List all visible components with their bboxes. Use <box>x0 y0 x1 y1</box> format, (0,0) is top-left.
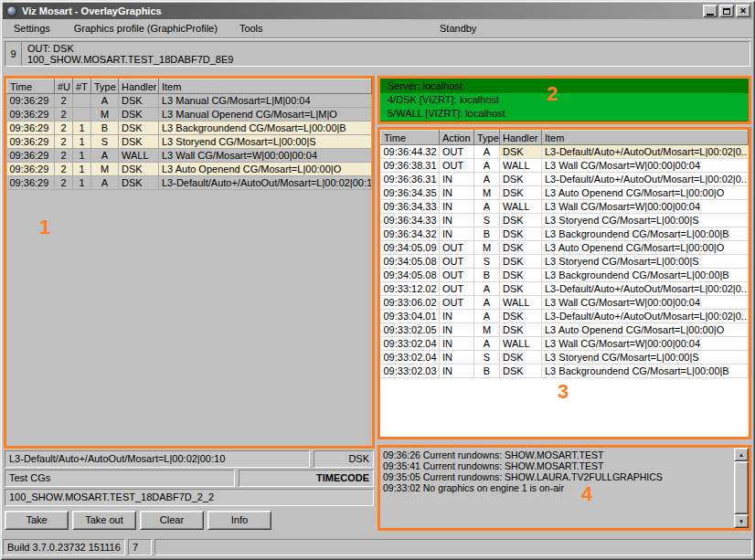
column-header[interactable]: Type <box>474 131 500 145</box>
table-cell: DSK <box>119 135 159 149</box>
close-button[interactable]: ✕ <box>736 5 750 17</box>
table-cell: L3 Auto Openend CG/Mosart=L|00:00|O <box>542 186 749 200</box>
queued-graphics-table: Time#U#TTypeHandlerItem 09:36:292ADSKL3 … <box>6 79 372 190</box>
table-cell: DSK <box>500 241 542 255</box>
status-counter: 7 <box>128 539 152 555</box>
table-row[interactable]: 09:34:05.09OUTMDSKL3 Auto Openend CG/Mos… <box>381 241 749 255</box>
column-header[interactable]: Handler <box>500 131 542 145</box>
table-row[interactable]: 09:36:2921SDSKL3 Storyend CG/Mosart=L|00… <box>7 135 372 149</box>
table-row[interactable]: 09:33:02.05INMDSKL3 Auto Openend CG/Mosa… <box>381 323 749 337</box>
maximize-icon <box>723 8 730 15</box>
column-header[interactable]: Item <box>159 79 372 94</box>
table-cell: A <box>474 296 500 310</box>
menu-bar: Settings Graphics profile (GraphicProfil… <box>3 19 752 38</box>
table-row[interactable]: 09:33:02.04INAWALLL3 Wall CG/Mosart=W|00… <box>381 337 749 351</box>
table-row[interactable]: 09:36:34.32INBDSKL3 Backgroundend CG/Mos… <box>381 227 749 241</box>
table-cell: 09:33:02.04 <box>381 337 440 351</box>
table-cell: L3 Storyend CG/Mosart=L|00:00|S <box>542 351 749 365</box>
table-row[interactable]: 09:36:292MDSKL3 Manual Openend CG/Mosart… <box>7 108 372 122</box>
table-cell: A <box>474 310 500 323</box>
table-cell: 2 <box>55 94 73 108</box>
column-header[interactable]: #U <box>55 79 73 94</box>
table-row[interactable]: 09:34:05.08OUTSDSKL3 Storyend CG/Mosart=… <box>381 255 749 269</box>
table-row[interactable]: 09:33:04.01INADSKL3-Default/Auto+/AutoOu… <box>381 310 749 323</box>
handler-field[interactable]: DSK <box>314 450 374 468</box>
table-cell: 09:34:05.08 <box>381 269 440 282</box>
take-button[interactable]: Take <box>5 511 69 530</box>
column-header[interactable]: Item <box>542 131 749 145</box>
annotation-2: 2 <box>547 84 558 104</box>
table-row[interactable]: 09:36:36.31INADSKL3-Default/Auto+/AutoOu… <box>381 173 749 186</box>
table-row[interactable]: 09:36:2921ADSKL3-Default/Auto+/AutoOut/M… <box>7 176 372 190</box>
column-header[interactable]: Handler <box>119 79 159 94</box>
scrollbar-thumb[interactable] <box>734 461 749 514</box>
table-cell: 09:36:29 <box>7 94 55 108</box>
table-row[interactable]: 09:33:02.03INBDSKL3 Backgroundend CG/Mos… <box>381 365 749 378</box>
column-header[interactable]: Type <box>91 79 119 94</box>
table-cell: DSK <box>500 255 542 269</box>
menu-graphics-profile[interactable]: Graphics profile (GraphicProfile) <box>69 21 223 36</box>
maximize-button[interactable] <box>719 5 734 17</box>
table-cell: IN <box>440 351 474 365</box>
minimize-button[interactable] <box>703 5 718 17</box>
table-cell: IN <box>440 323 474 337</box>
table-row[interactable]: 09:34:05.08OUTBDSKL3 Backgroundend CG/Mo… <box>381 269 749 282</box>
table-cell: OUT <box>440 145 474 159</box>
table-row[interactable]: 09:33:06.02OUTAWALLL3 Wall CG/Mosart=W|0… <box>381 296 749 310</box>
table-row[interactable]: 09:36:2921BDSKL3 Backgroundend CG/Mosart… <box>7 122 372 135</box>
scroll-up-button[interactable]: ▲ <box>734 448 749 461</box>
table-cell: DSK <box>119 163 159 176</box>
table-row[interactable]: 09:36:38.31OUTAWALLL3 Wall CG/Mosart=W|0… <box>381 159 749 173</box>
table-cell: L3 Backgroundend CG/Mosart=L|00:00|B <box>542 365 749 378</box>
status-build: Build 3.7.0.23732 151116 <box>3 539 125 555</box>
table-cell: 09:33:06.02 <box>381 296 440 310</box>
table-cell: 09:36:29 <box>7 122 55 135</box>
table-cell: OUT <box>440 241 474 255</box>
table-row[interactable]: 09:36:292ADSKL3 Manual CG/Mosart=L|M|00:… <box>7 94 372 108</box>
rundown-field[interactable]: 100_SHOW.MOSART.TEST_18DABF7D_2_2 <box>5 489 374 506</box>
table-cell: A <box>474 282 500 296</box>
app-icon <box>6 5 17 16</box>
table-cell: A <box>474 173 500 186</box>
table-row[interactable]: 09:36:34.35INMDSKL3 Auto Openend CG/Mosa… <box>381 186 749 200</box>
table-row[interactable]: 09:36:2921MDSKL3 Auto Openend CG/Mosart=… <box>7 163 372 176</box>
group-field[interactable]: Test CGs <box>5 470 235 487</box>
standby-indicator[interactable]: Standby <box>434 21 482 36</box>
table-cell: 09:33:04.01 <box>381 310 440 323</box>
take-out-button[interactable]: Take out <box>72 511 136 530</box>
table-cell: L3 Backgroundend CG/Mosart=L|00:00|B <box>542 227 749 241</box>
info-button[interactable]: Info <box>207 511 271 530</box>
column-header[interactable]: Action <box>440 131 474 145</box>
scroll-down-button[interactable]: ▼ <box>734 514 749 528</box>
template-field[interactable]: L3-Default/Auto+/AutoOut/Mosart=L|00:02|… <box>5 450 310 468</box>
table-row[interactable]: 09:36:44.32OUTADSKL3-Default/Auto+/AutoO… <box>381 145 749 159</box>
column-header[interactable]: Time <box>7 79 55 94</box>
table-cell: DSK <box>119 108 159 122</box>
column-header[interactable]: Time <box>381 131 440 145</box>
log-scrollbar[interactable]: ▲ ▼ <box>734 448 749 528</box>
table-cell: L3 Auto Openend CG/Mosart=L|00:00|O <box>159 163 372 176</box>
table-cell: 09:34:05.09 <box>381 241 440 255</box>
table-cell: 2 <box>55 163 73 176</box>
menu-tools[interactable]: Tools <box>234 21 269 36</box>
column-header[interactable]: #T <box>73 79 91 94</box>
table-cell: B <box>91 122 119 135</box>
table-row[interactable]: 09:33:02.04INSDSKL3 Storyend CG/Mosart=L… <box>381 351 749 365</box>
timecode-field[interactable]: TIMECODE <box>239 470 374 487</box>
table-row[interactable]: 09:36:34.33INSDSKL3 Storyend CG/Mosart=L… <box>381 214 749 227</box>
table-cell: DSK <box>500 173 542 186</box>
table-cell: OUT <box>440 159 474 173</box>
menu-settings[interactable]: Settings <box>8 21 56 36</box>
table-cell: 09:36:34.33 <box>381 214 440 227</box>
server-status-row: 4/DSK [VIZRT]: localhost <box>380 93 749 107</box>
table-cell: IN <box>440 200 474 214</box>
title-bar[interactable]: Viz Mosart - OverlayGraphics ✕ <box>3 3 752 19</box>
clear-button[interactable]: Clear <box>140 511 204 530</box>
status-spacer <box>154 539 752 555</box>
table-row[interactable]: 09:36:2921AWALLL3 Wall CG/Mosart=W|00:00… <box>7 149 372 163</box>
table-row[interactable]: 09:33:12.02OUTADSKL3-Default/Auto+/AutoO… <box>381 282 749 296</box>
table-cell: L3 Wall CG/Mosart=W|00:00|00:04 <box>542 200 749 214</box>
table-cell: WALL <box>500 200 542 214</box>
table-cell: 09:36:34.32 <box>381 227 440 241</box>
table-row[interactable]: 09:36:34.33INAWALLL3 Wall CG/Mosart=W|00… <box>381 200 749 214</box>
